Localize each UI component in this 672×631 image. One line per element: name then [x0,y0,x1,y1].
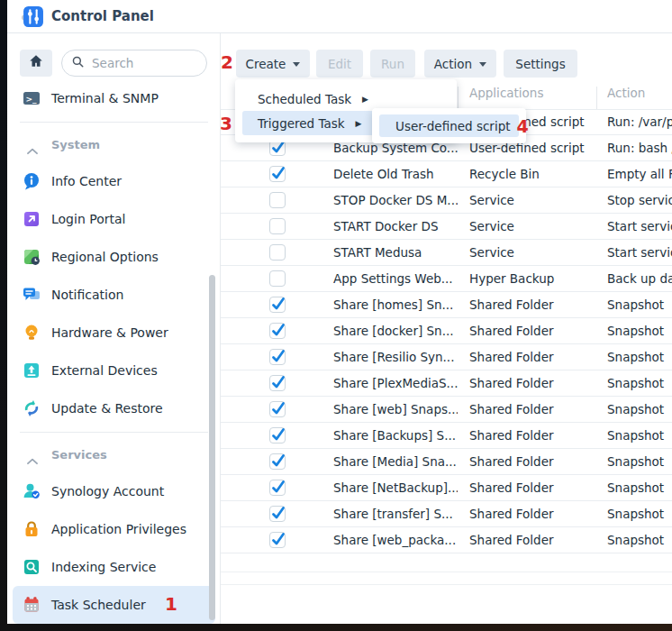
checkbox-unchecked[interactable] [269,218,286,234]
sidebar-item-regional-options[interactable]: Regional Options [13,238,215,276]
menu-item-user-defined-script[interactable]: User-defined script 4 [379,114,519,137]
main-content: Create Edit Run Action Settings Applicat… [221,33,672,624]
table-row[interactable]: Share [web_packa...Shared FolderSnapshot [221,527,672,553]
application-cell: Service [469,214,595,240]
table-row[interactable]: Share [homes] Sn...Shared FolderSnapshot [221,292,672,318]
checkbox-checked[interactable] [269,532,286,548]
table-row[interactable]: Share [NetBackup]...Shared FolderSnapsho… [221,475,672,501]
settings-button[interactable]: Settings [504,50,577,78]
create-button[interactable]: Create [236,50,310,78]
sidebar-item-terminal-snmp[interactable]: >_Terminal & SNMP [13,79,215,117]
sidebar-item-task-scheduler[interactable]: Task Scheduler1 [13,586,215,624]
search-box[interactable] [61,50,207,77]
sidebar-item-application-privileges[interactable]: Application Privileges [13,510,215,548]
titlebar: Control Panel [7,0,672,33]
synology-account-icon [23,482,41,500]
search-input[interactable] [92,56,195,70]
action-button[interactable]: Action [424,50,496,78]
checkbox-checked[interactable] [269,506,286,522]
checkbox-unchecked[interactable] [269,270,286,287]
task-name-cell: Share [NetBackup]... [333,475,458,501]
info-center-icon [23,172,41,190]
application-cell: Hyper Backup [469,266,595,292]
action-cell: Snapshot [607,370,672,397]
application-cell: Shared Folder [469,318,595,344]
edit-button[interactable]: Edit [316,50,363,78]
sidebar-item-update-restore[interactable]: Update & Restore [13,389,215,427]
run-button[interactable]: Run [370,50,415,78]
table-row[interactable]: Share [Resilio Syn...Shared FolderSnapsh… [221,344,672,370]
checkbox-checked[interactable] [269,297,286,313]
sidebar-item-label: Terminal & SNMP [51,91,159,105]
sidebar-item-label: Notification [51,288,123,302]
table-row[interactable]: Share [Backups] S...Shared FolderSnapsho… [221,423,672,449]
sidebar-item-login-portal[interactable]: Login Portal [13,200,215,238]
checkbox-checked[interactable] [269,401,286,417]
sidebar-item-external-devices[interactable]: External Devices [13,352,215,389]
task-scheduler-icon [23,596,41,614]
task-name-cell: App Settings Web... [333,266,458,292]
checkbox-checked[interactable] [269,427,286,444]
sidebar-item-label: Login Portal [51,212,125,226]
table-row[interactable]: Share [transfer] S...Shared FolderSnapsh… [221,501,672,527]
home-button[interactable] [20,50,52,77]
table-row[interactable]: Share [docker] Sn...Shared FolderSnapsho… [221,318,672,344]
table-row[interactable]: Share [Media] Sna...Shared FolderSnapsho… [221,449,672,475]
sidebar-item-label: Application Privileges [51,522,186,536]
task-name-cell: Share [transfer] S... [333,501,458,527]
table-row[interactable]: Share [PlexMediaS...Shared FolderSnapsho… [221,370,672,397]
column-header-action[interactable]: Action [607,86,645,100]
chevron-up-icon [27,142,38,149]
table-row[interactable]: START MedusaServiceStart servic [221,240,672,266]
annotation-1: 1 [165,595,177,614]
application-cell: Service [469,240,595,266]
checkbox-unchecked[interactable] [269,192,286,208]
sidebar-item-synology-account[interactable]: Synology Account [13,472,215,510]
table-row[interactable]: START Docker DSServiceStart servic [221,214,672,240]
triggered-task-submenu: User-defined script 4 [372,108,526,143]
checkbox-checked[interactable] [269,480,286,496]
task-name-cell: Share [docker] Sn... [333,318,458,344]
checkbox-checked[interactable] [269,166,286,182]
table-row[interactable]: Share [web] Snaps...Shared FolderSnapsho… [221,397,672,423]
action-cell: Snapshot [607,527,672,553]
sidebar-item-indexing-service[interactable]: Indexing Service [13,548,215,586]
checkbox-checked[interactable] [269,323,286,339]
sidebar-group-label: System [51,138,100,151]
chevron-down-icon [479,62,486,67]
application-cell: Shared Folder [469,397,595,423]
sidebar-group-services[interactable]: Services [7,437,221,472]
table-row[interactable]: App Settings Web...Hyper BackupBack up d… [221,266,672,292]
sidebar-scrollbar-thumb[interactable] [209,275,215,620]
task-name-cell: Share [Backups] S... [333,423,458,449]
home-icon [28,53,44,73]
sidebar-item-info-center[interactable]: Info Center [13,162,215,200]
application-cell: Shared Folder [469,449,595,475]
task-name-cell: Delete Old Trash [333,161,458,187]
sidebar-item-label: Info Center [51,174,122,188]
task-name-cell: START Medusa [333,240,458,266]
login-portal-icon [23,210,41,228]
action-cell: Snapshot [607,423,672,449]
desktop-background: Control Panel >_T [0,0,672,631]
column-header-applications[interactable]: Applications [469,86,543,100]
hardware-power-icon [23,324,41,342]
task-name-cell: Share [homes] Sn... [333,292,458,318]
annotation-3: 3 [221,114,232,133]
application-cell: Shared Folder [469,344,595,370]
sidebar-item-notification[interactable]: Notification [13,276,215,314]
checkbox-unchecked[interactable] [269,244,286,261]
application-cell: Shared Folder [469,475,595,501]
sidebar-item-hardware-power[interactable]: Hardware & Power [13,314,215,352]
sidebar-item-label: Regional Options [51,250,159,264]
checkbox-checked[interactable] [269,349,286,365]
menu-item-scheduled-task[interactable]: Scheduled Task▶ [242,87,450,111]
table-row[interactable]: STOP Docker DS M...ServiceStop servic [221,187,672,214]
chevron-up-icon [27,452,38,459]
checkbox-checked[interactable] [269,453,286,470]
sidebar-nav: >_Terminal & SNMPSystemInfo CenterLogin … [7,79,221,624]
table-row[interactable]: Delete Old TrashRecycle BinEmpty all R [221,161,672,187]
checkbox-checked[interactable] [269,375,286,391]
control-panel-window: Control Panel >_T [7,0,672,624]
sidebar-group-system[interactable]: System [7,127,221,162]
